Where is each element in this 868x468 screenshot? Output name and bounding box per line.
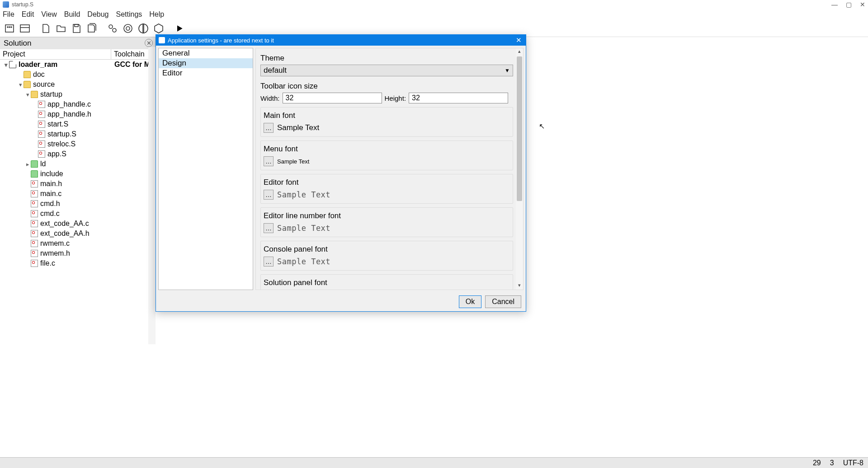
dialog-close-icon[interactable]: ✕ bbox=[514, 36, 523, 44]
save-all-icon[interactable] bbox=[85, 22, 99, 35]
font-picker-button[interactable]: … bbox=[264, 190, 274, 200]
window-title: startup.S bbox=[12, 1, 33, 8]
solution-tree[interactable]: ▾loader_ramGCC for MIPSdoc▾source▾startu… bbox=[0, 60, 155, 344]
tree-item[interactable]: ▸ld bbox=[0, 159, 155, 169]
tree-item[interactable]: start.S bbox=[0, 119, 155, 129]
font-group-console_font: Console panel font…Sample Text bbox=[260, 241, 513, 271]
font-group-editor: Editor font…Sample Text bbox=[260, 174, 513, 204]
tree-item[interactable]: app.S bbox=[0, 149, 155, 159]
status-bar: 29 3 UTF-8 bbox=[0, 457, 868, 468]
dialog-scrollbar[interactable]: ▴▾ bbox=[516, 48, 523, 290]
font-sample: Sample Text bbox=[277, 224, 330, 233]
tree-item[interactable]: main.c bbox=[0, 189, 155, 199]
tree-item[interactable]: cmd.c bbox=[0, 209, 155, 219]
cancel-button[interactable]: Cancel bbox=[485, 295, 521, 308]
tree-item[interactable]: rwmem.h bbox=[0, 248, 155, 258]
svg-rect-4 bbox=[20, 25, 29, 32]
gears-icon[interactable] bbox=[106, 22, 119, 35]
toolbar-btn-2[interactable] bbox=[18, 22, 32, 35]
dialog-title: Application settings - are stored next t… bbox=[168, 37, 274, 44]
width-input[interactable] bbox=[283, 93, 382, 103]
status-col: 3 bbox=[830, 459, 834, 467]
svg-point-2 bbox=[9, 27, 10, 28]
dialog-nav: General Design Editor bbox=[158, 48, 253, 290]
app-icon bbox=[3, 1, 9, 8]
height-input[interactable] bbox=[409, 93, 508, 103]
disc-icon[interactable] bbox=[137, 22, 150, 35]
menu-settings[interactable]: Settings bbox=[116, 10, 142, 19]
dialog-footer: Ok Cancel bbox=[156, 292, 526, 311]
svg-rect-6 bbox=[75, 24, 78, 27]
tree-item[interactable]: file.c bbox=[0, 258, 155, 268]
toolbar-btn-1[interactable] bbox=[3, 22, 16, 35]
font-picker-button[interactable]: … bbox=[264, 156, 274, 166]
svg-point-9 bbox=[124, 24, 132, 33]
tree-item[interactable]: main.h bbox=[0, 179, 155, 189]
menu-help[interactable]: Help bbox=[149, 10, 164, 19]
cube-icon[interactable] bbox=[152, 22, 165, 35]
dialog-title-bar[interactable]: Application settings - are stored next t… bbox=[156, 35, 526, 46]
toolbar-size-label: Toolbar icon size bbox=[260, 82, 513, 91]
solution-columns: Project Toolchain bbox=[0, 49, 155, 60]
font-sample: Sample Text bbox=[277, 123, 319, 132]
width-label: Width: bbox=[260, 94, 280, 102]
minimize-button[interactable]: — bbox=[831, 1, 838, 8]
nav-editor[interactable]: Editor bbox=[159, 68, 253, 78]
target-icon[interactable] bbox=[121, 22, 135, 35]
ok-button[interactable]: Ok bbox=[459, 295, 481, 308]
dialog-icon bbox=[159, 37, 165, 43]
window-title-bar: startup.S — ▢ ✕ bbox=[0, 0, 868, 9]
font-picker-button[interactable]: … bbox=[264, 223, 274, 233]
theme-value: default bbox=[264, 66, 287, 75]
tree-item[interactable]: rwmem.c bbox=[0, 239, 155, 248]
chevron-down-icon: ▼ bbox=[505, 67, 510, 74]
open-folder-icon[interactable] bbox=[54, 22, 68, 35]
close-window-button[interactable]: ✕ bbox=[860, 1, 865, 8]
svg-rect-12 bbox=[143, 24, 144, 33]
menu-build[interactable]: Build bbox=[64, 10, 80, 19]
tree-item[interactable]: streloc.S bbox=[0, 139, 155, 149]
settings-dialog: Application settings - are stored next t… bbox=[156, 34, 526, 312]
tree-item[interactable]: ▾startup bbox=[0, 89, 155, 99]
tree-item[interactable]: ext_code_AA.h bbox=[0, 229, 155, 239]
theme-label: Theme bbox=[260, 54, 513, 63]
tree-item[interactable]: cmd.h bbox=[0, 199, 155, 209]
run-icon[interactable] bbox=[173, 22, 186, 35]
svg-rect-0 bbox=[5, 25, 14, 32]
font-group-solution_font: Solution panel font…Sample Text bbox=[260, 274, 513, 290]
font-picker-button[interactable]: … bbox=[264, 257, 274, 267]
solution-panel-title: Solution bbox=[0, 37, 155, 49]
tree-item[interactable]: doc bbox=[0, 70, 155, 80]
tree-item[interactable]: app_handle.c bbox=[0, 99, 155, 109]
maximize-button[interactable]: ▢ bbox=[846, 1, 852, 8]
font-picker-button[interactable]: … bbox=[264, 123, 274, 133]
menu-view[interactable]: View bbox=[41, 10, 57, 19]
svg-point-1 bbox=[7, 27, 8, 28]
tree-item[interactable]: include bbox=[0, 169, 155, 179]
new-file-icon[interactable] bbox=[39, 22, 52, 35]
tree-item[interactable]: ext_code_AA.c bbox=[0, 219, 155, 229]
tree-item[interactable]: app_handle.h bbox=[0, 109, 155, 119]
save-icon[interactable] bbox=[70, 22, 83, 35]
close-editor-icon[interactable]: ✕ bbox=[145, 39, 153, 47]
svg-point-3 bbox=[11, 27, 12, 28]
status-encoding: UTF-8 bbox=[843, 459, 863, 467]
tree-item[interactable]: startup.S bbox=[0, 129, 155, 139]
font-group-editor_ln: Editor line number font…Sample Text bbox=[260, 207, 513, 237]
menu-file[interactable]: File bbox=[3, 10, 14, 19]
font-group-menu: Menu font…Sample Text bbox=[260, 140, 513, 170]
svg-point-8 bbox=[113, 28, 116, 32]
nav-design[interactable]: Design bbox=[159, 58, 253, 68]
font-sample: Sample Text bbox=[277, 190, 330, 199]
menu-debug[interactable]: Debug bbox=[87, 10, 108, 19]
font-group-main: Main font…Sample Text bbox=[260, 107, 513, 137]
svg-point-10 bbox=[126, 27, 130, 30]
tree-item[interactable]: ▾source bbox=[0, 80, 155, 89]
editor-scrollbar[interactable] bbox=[148, 47, 156, 344]
theme-combo[interactable]: default ▼ bbox=[260, 65, 513, 76]
font-sample: Sample Text bbox=[277, 158, 309, 165]
nav-general[interactable]: General bbox=[159, 48, 253, 58]
menu-edit[interactable]: Edit bbox=[22, 10, 34, 19]
solution-panel: Solution Project Toolchain ▾loader_ramGC… bbox=[0, 37, 156, 344]
tree-root[interactable]: ▾loader_ramGCC for MIPS bbox=[0, 60, 155, 70]
